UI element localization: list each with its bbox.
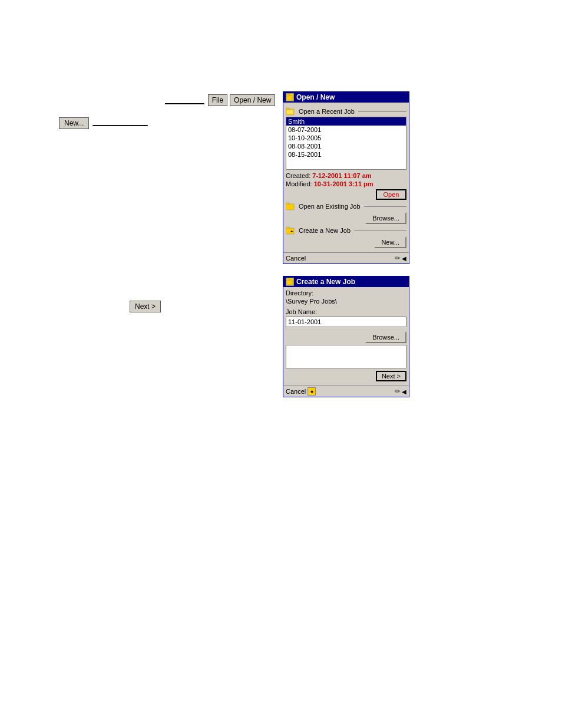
cancel-link-2[interactable]: Cancel bbox=[286, 388, 306, 395]
next-button-dialog[interactable]: Next > bbox=[376, 371, 406, 381]
browse-button-1[interactable]: Browse... bbox=[365, 212, 406, 224]
list-item-2[interactable]: 08-08-2001 bbox=[286, 142, 406, 150]
section-existing-label: Open an Existing Job bbox=[297, 203, 362, 210]
recent-folder-icon bbox=[286, 107, 295, 116]
created-value: 7-12-2001 11:07 am bbox=[312, 172, 371, 179]
next-annotation-area: Next > bbox=[130, 301, 161, 312]
list-item-1[interactable]: 10-10-2005 bbox=[286, 134, 406, 142]
created-info: Created: 7-12-2001 11:07 am bbox=[286, 172, 406, 179]
create-job-titlebar: Create a New Job bbox=[283, 276, 409, 287]
list-item-0[interactable]: 08-07-2001 bbox=[286, 126, 406, 134]
open-new-titlebar: Open / New bbox=[283, 92, 409, 103]
cancel-icon: ★ bbox=[308, 387, 316, 396]
existing-folder-icon bbox=[286, 202, 295, 210]
svg-rect-3 bbox=[286, 108, 289, 110]
dialog2-icon bbox=[286, 278, 294, 286]
svg-rect-1 bbox=[286, 94, 289, 96]
section-recent-label: Open a Recent Job bbox=[297, 108, 356, 115]
svg-rect-5 bbox=[286, 204, 294, 210]
list-item-smith[interactable]: Smith bbox=[286, 117, 406, 126]
list-item-3[interactable]: 08-15-2001 bbox=[286, 150, 406, 159]
svg-rect-11 bbox=[286, 279, 289, 281]
modified-value: 10-31-2001 3:11 pm bbox=[314, 180, 373, 187]
directory-label: Directory: bbox=[286, 289, 406, 297]
svg-rect-8 bbox=[286, 227, 289, 229]
job-name-label: Job Name: bbox=[286, 308, 406, 315]
svg-text:+: + bbox=[290, 229, 293, 234]
arrow-icon-2: ◀ bbox=[402, 388, 406, 395]
dialog2-footer: Cancel ★ ✏ ◀ bbox=[283, 386, 409, 397]
dialog1-title: Open / New bbox=[296, 93, 335, 101]
file-underline: __________ bbox=[165, 96, 204, 104]
modified-info: Modified: 10-31-2001 3:11 pm bbox=[286, 180, 406, 187]
empty-panel bbox=[286, 345, 406, 368]
dialog1-icon bbox=[286, 93, 294, 101]
create-job-dialog: Create a New Job Directory: \Survey Pro … bbox=[283, 276, 409, 397]
open-new-menu-button[interactable]: Open / New bbox=[230, 94, 275, 106]
section-new-label: Create a New Job bbox=[297, 227, 352, 234]
pencil-icon-2: ✏ bbox=[395, 387, 401, 396]
browse-button-2[interactable]: Browse... bbox=[365, 331, 406, 343]
open-button[interactable]: Open bbox=[376, 189, 406, 200]
recent-jobs-list[interactable]: Smith 08-07-2001 10-10-2005 08-08-2001 0… bbox=[286, 117, 406, 170]
new-underline: ______________ bbox=[92, 118, 147, 126]
file-menu-button[interactable]: File bbox=[208, 94, 227, 106]
open-new-dialog: Open / New Open a Recent Job Smith 08-07… bbox=[283, 91, 409, 264]
svg-rect-6 bbox=[286, 203, 289, 205]
next-button-annotation[interactable]: Next > bbox=[130, 301, 161, 312]
dialog1-footer: Cancel ✏ ◀ bbox=[283, 252, 409, 263]
new-button-dialog[interactable]: New... bbox=[374, 236, 406, 248]
arrow-icon-1: ◀ bbox=[402, 255, 406, 262]
directory-value: \Survey Pro Jobs\ bbox=[286, 298, 406, 305]
pencil-icon-1: ✏ bbox=[395, 254, 401, 262]
new-folder-icon: + bbox=[286, 226, 295, 235]
new-outer-button[interactable]: New... bbox=[59, 117, 89, 129]
job-name-input[interactable] bbox=[286, 317, 406, 327]
dialog2-title: Create a New Job bbox=[296, 278, 355, 286]
cancel-link-1[interactable]: Cancel bbox=[286, 255, 306, 262]
svg-rect-4 bbox=[287, 110, 293, 114]
